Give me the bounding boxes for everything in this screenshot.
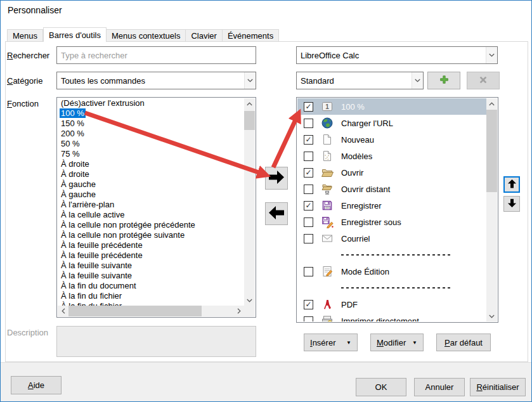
chevron-down-icon[interactable] [244, 72, 256, 89]
tab-clavier[interactable]: Clavier [186, 29, 222, 42]
cancel-button[interactable]: Annuler [414, 378, 465, 396]
function-item[interactable]: (Dés)activer l'extrusion [58, 98, 244, 108]
function-item[interactable]: À gauche [58, 179, 244, 190]
move-right-button[interactable] [265, 167, 288, 190]
globe-icon [321, 117, 334, 129]
function-item[interactable]: À la cellule non protégée suivante [58, 230, 244, 240]
toolbar-command-row[interactable]: ✓PDF [297, 296, 486, 313]
move-up-button[interactable] [503, 176, 520, 193]
function-list[interactable]: (Dés)activer l'extrusion100 %150 %200 %5… [56, 97, 256, 318]
category-select[interactable]: Toutes les commandes [56, 72, 256, 89]
target-module-select[interactable]: LibreOffice Calc [296, 46, 498, 64]
toolbar-command-row[interactable]: Charger l'URL [297, 115, 486, 131]
search-input[interactable] [56, 46, 256, 64]
scroll-up-icon[interactable] [244, 98, 255, 109]
visibility-checkbox[interactable]: ✓ [304, 102, 313, 112]
command-label: Modèles [341, 152, 372, 161]
function-item[interactable]: 50 % [58, 139, 244, 149]
modify-button[interactable]: Modifier ▼ [370, 334, 424, 351]
move-down-button[interactable] [503, 196, 520, 212]
function-item[interactable]: À droite [58, 169, 244, 179]
tab-barres-d-outils[interactable]: Barres d'outils [43, 27, 107, 42]
visibility-checkbox[interactable]: ✓ [304, 201, 313, 211]
function-item[interactable]: À la feuille précédente [58, 240, 244, 250]
visibility-checkbox[interactable]: ✓ [304, 135, 313, 145]
function-item[interactable]: 200 % [58, 129, 244, 139]
function-item[interactable]: 75 % [58, 149, 244, 159]
function-item[interactable]: À la fin du fichier [58, 301, 244, 306]
function-item[interactable]: À la feuille suivante [58, 271, 244, 281]
toolbar-command-row[interactable]: ✓Ouvrir [297, 164, 486, 181]
chevron-down-icon[interactable] [486, 47, 497, 63]
toolbar-command-row[interactable]: ✓1100 % [297, 98, 486, 115]
scroll-down-icon[interactable] [486, 311, 497, 321]
visibility-checkbox[interactable] [304, 234, 313, 243]
toolbar-command-row[interactable]: Courriel [297, 230, 486, 247]
function-item[interactable]: À l'arrière-plan [58, 200, 244, 210]
function-item[interactable]: À gauche [58, 190, 244, 200]
scroll-up-icon[interactable] [486, 98, 497, 109]
function-item[interactable]: À la cellule non protégée précédente [58, 220, 244, 230]
arrow-down-icon [507, 198, 517, 210]
toolbar-command-row[interactable]: Imprimer directement [297, 313, 486, 321]
visibility-checkbox[interactable] [304, 217, 313, 227]
visibility-checkbox[interactable]: ✓ [304, 168, 313, 178]
scroll-left-icon[interactable] [58, 306, 68, 316]
function-item[interactable]: À la feuille suivante [58, 261, 244, 271]
toolbar-command-row[interactable]: Enregistrer sous [297, 214, 486, 230]
function-item[interactable]: 150 % [58, 119, 244, 129]
reset-button[interactable]: Réinitialiser [470, 378, 526, 396]
toolbar-select[interactable]: Standard [296, 72, 424, 89]
function-list-hscrollbar[interactable] [58, 306, 244, 316]
separator-dashes [341, 287, 450, 289]
visibility-checkbox[interactable] [304, 267, 313, 276]
print-direct-icon [321, 314, 334, 321]
delete-toolbar-button[interactable] [467, 72, 500, 89]
function-label: Fonction [7, 99, 39, 108]
function-item[interactable]: À la feuille précédente [58, 250, 244, 261]
hscroll-thumb[interactable] [68, 306, 202, 316]
function-item[interactable]: À la fin du document [58, 281, 244, 291]
vscroll-thumb[interactable] [486, 110, 497, 192]
category-label: Catégorie [7, 76, 42, 86]
toolbar-command-row[interactable]: ✓Enregistrer [297, 197, 486, 214]
visibility-checkbox[interactable]: ✓ [304, 300, 313, 309]
scroll-down-icon[interactable] [244, 295, 255, 306]
function-list-vscrollbar[interactable] [244, 98, 255, 306]
function-item[interactable]: À droite [58, 159, 244, 169]
default-button[interactable]: Par défaut [436, 334, 491, 351]
scroll-right-icon[interactable] [233, 306, 244, 316]
toolbar-command-row[interactable]: Ouvrir distant [297, 181, 486, 197]
toolbar-separator-row[interactable] [297, 247, 486, 263]
visibility-checkbox[interactable] [304, 316, 313, 322]
visibility-checkbox[interactable] [304, 119, 313, 128]
help-button[interactable]: Aide [11, 376, 62, 394]
tab-menus[interactable]: Menus [7, 29, 43, 42]
command-label: Courriel [341, 234, 370, 243]
visibility-checkbox[interactable] [304, 152, 313, 161]
toolbar-command-list[interactable]: ✓1100 %Charger l'URL✓NouveauModèles✓Ouvr… [296, 97, 498, 323]
vscroll-thumb[interactable] [244, 111, 255, 130]
toolbar-command-row[interactable]: Mode Édition [297, 263, 486, 280]
tab-menus-contextuels[interactable]: Menus contextuels [107, 29, 186, 42]
insert-button[interactable]: Insérer ▼ [304, 334, 358, 351]
toolbar-separator-row[interactable] [297, 280, 486, 296]
title-bar: Personnaliser [1, 1, 531, 20]
command-label: Ouvrir distant [341, 185, 390, 194]
function-item[interactable]: 100 % [58, 108, 244, 119]
command-label: Mode Édition [341, 267, 389, 276]
chevron-down-icon[interactable] [412, 72, 423, 89]
visibility-checkbox[interactable] [304, 185, 313, 194]
function-item[interactable]: À la fin du fichier [58, 291, 244, 301]
toolbar-command-row[interactable]: ✓Nouveau [297, 131, 486, 148]
toolbar-command-row[interactable]: Modèles [297, 148, 486, 164]
ok-button[interactable]: OK [356, 378, 406, 396]
open-folder-icon [321, 166, 334, 179]
add-toolbar-button[interactable] [427, 72, 460, 89]
close-icon [479, 75, 488, 86]
new-doc-icon [321, 133, 334, 146]
move-left-button[interactable] [265, 202, 288, 225]
function-item[interactable]: À la cellule active [58, 210, 244, 220]
tab--v-nements[interactable]: Événements [223, 29, 279, 42]
toolbar-list-vscrollbar[interactable] [486, 98, 497, 321]
